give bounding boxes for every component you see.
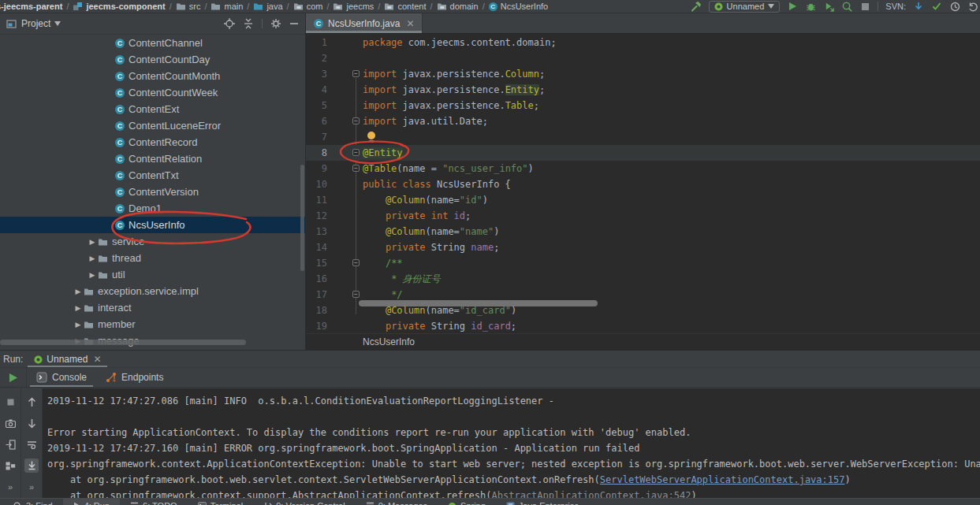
vcs-update-icon[interactable] — [913, 1, 924, 12]
statusbar-java-enterprise[interactable]: Java Enterprise — [496, 499, 589, 505]
layout-icon[interactable] — [3, 459, 17, 473]
statusbar-0-messages[interactable]: 0: Messages — [356, 499, 438, 505]
down-icon[interactable] — [24, 416, 39, 430]
stacktrace-link[interactable]: ServletWebServerApplicationContext.java:… — [600, 474, 845, 485]
breadcrumb-item[interactable]: domain — [437, 2, 479, 11]
tree-item-thread[interactable]: ▶thread — [0, 250, 305, 266]
vcs-commit-icon[interactable] — [931, 1, 942, 12]
tree-item-service[interactable]: ▶service — [0, 233, 305, 250]
expand-arrow-icon[interactable]: ▶ — [73, 304, 84, 312]
code-line-10[interactable]: 10public class NcsUserInfo { — [306, 176, 980, 192]
editor-breadcrumb[interactable]: NcsUserInfo — [306, 333, 980, 350]
code-line-8[interactable]: 8−@Entity — [306, 145, 980, 161]
tree-item-contentluceneerror[interactable]: CContentLuceneError — [0, 117, 305, 134]
editor-breadcrumb-item[interactable]: NcsUserInfo — [363, 336, 415, 347]
rerun-button[interactable] — [0, 368, 27, 387]
code-line-1[interactable]: 1package com.jeecms.content.domain; — [306, 35, 980, 50]
hide-icon[interactable] — [289, 19, 299, 28]
tab-console[interactable]: Console — [27, 368, 96, 387]
code-line-2[interactable]: 2 — [306, 50, 980, 66]
more-icon[interactable]: » — [3, 480, 17, 494]
breadcrumb-item[interactable]: java — [253, 2, 282, 11]
run-config-tab[interactable]: Unnamed ✕ — [28, 354, 107, 367]
rollback-icon[interactable] — [967, 1, 978, 12]
tree-item-contenttxt[interactable]: CContentTxt — [0, 167, 305, 184]
breadcrumb-item[interactable]: com — [293, 2, 323, 11]
coverage-button[interactable] — [823, 1, 834, 12]
build-hammer-icon[interactable] — [691, 1, 702, 12]
console-output[interactable]: 2019-11-12 17:47:27.086 [main] INFO o.s.… — [43, 388, 980, 499]
tree-item-contentext[interactable]: CContentExt — [0, 101, 305, 117]
statusbar-spring[interactable]: Spring — [438, 499, 496, 505]
breadcrumb-item[interactable]: main — [211, 2, 243, 11]
vertical-scrollbar[interactable] — [300, 165, 304, 271]
close-icon[interactable]: ✕ — [93, 354, 101, 365]
code-line-19[interactable]: 19 private String id_card; — [306, 318, 980, 334]
code-line-12[interactable]: 12 private int id; — [306, 208, 980, 224]
debug-button[interactable] — [805, 1, 816, 12]
code-line-13[interactable]: 13 @Column(name="name") — [306, 224, 980, 240]
attach-icon[interactable] — [3, 437, 17, 451]
code-line-15[interactable]: 15− /** — [306, 255, 980, 271]
expand-arrow-icon[interactable]: ▶ — [73, 288, 84, 295]
soft-wrap-icon[interactable] — [24, 437, 39, 451]
breadcrumb-item[interactable]: s-jeecms-parent — [0, 2, 62, 11]
code-line-11[interactable]: 11 @Column(name="id") — [306, 192, 980, 208]
editor-tab[interactable]: C NcsUserInfo.java ✕ — [306, 13, 423, 33]
run-config-dropdown[interactable]: Unnamed — [709, 1, 781, 13]
code-line-7[interactable]: 7 — [306, 129, 980, 145]
breadcrumb-item[interactable]: CNcsUserInfo — [489, 2, 549, 11]
tree-item-contentcountweek[interactable]: CContentCountWeek — [0, 84, 305, 101]
fold-icon[interactable]: − — [352, 291, 360, 298]
expand-arrow-icon[interactable]: ▶ — [87, 254, 98, 262]
up-icon[interactable] — [24, 395, 39, 409]
code-area[interactable]: 1package com.jeecms.content.domain;23−im… — [306, 35, 980, 333]
camera-icon[interactable] — [3, 416, 17, 430]
breadcrumb-item[interactable]: content — [384, 2, 426, 11]
scroll-end-icon[interactable] — [24, 459, 39, 473]
statusbar-3-find[interactable]: 3: Find — [3, 499, 63, 505]
horizontal-scrollbar[interactable] — [0, 340, 246, 345]
profiler-button[interactable] — [841, 1, 852, 12]
statusbar-6-todo[interactable]: 6: TODO — [120, 499, 188, 505]
stop-icon[interactable] — [3, 395, 17, 409]
project-panel-title[interactable]: Project — [21, 18, 50, 29]
code-line-4[interactable]: 4import javax.persistence.Entity; — [306, 82, 980, 98]
tree-item-exception-service-impl[interactable]: ▶exception.service.impl — [0, 283, 305, 299]
close-icon[interactable]: ✕ — [406, 18, 414, 29]
tree-item-contentchannel[interactable]: CContentChannel — [0, 35, 305, 51]
locate-icon[interactable] — [224, 18, 235, 29]
expand-arrow-icon[interactable]: ▶ — [87, 271, 98, 279]
code-line-16[interactable]: 16 * 身份证号 — [306, 271, 980, 287]
fold-icon[interactable]: − — [352, 259, 360, 266]
fold-icon[interactable]: − — [352, 165, 360, 172]
tree-item-interact[interactable]: ▶interact — [0, 299, 305, 316]
horizontal-scrollbar[interactable] — [359, 300, 598, 306]
run-button[interactable] — [787, 1, 798, 12]
tree-item-contentrecord[interactable]: CContentRecord — [0, 134, 305, 150]
code-line-3[interactable]: 3−import javax.persistence.Column; — [306, 66, 980, 82]
statusbar-4-run[interactable]: 4: Run — [63, 499, 120, 505]
tree-item-contentcountday[interactable]: CContentCountDay — [0, 51, 305, 68]
expand-arrow-icon[interactable]: ▶ — [73, 321, 84, 329]
fold-icon[interactable]: − — [352, 149, 360, 156]
tree-item-contentcountmonth[interactable]: CContentCountMonth — [0, 68, 305, 84]
fold-icon[interactable]: − — [352, 70, 360, 77]
code-line-14[interactable]: 14 private String name; — [306, 240, 980, 255]
tree-item-ncsuserinfo[interactable]: CNcsUserInfo — [0, 217, 305, 233]
history-icon[interactable] — [949, 1, 960, 12]
code-line-5[interactable]: 5import javax.persistence.Table; — [306, 98, 980, 113]
tree-item-demo1[interactable]: CDemo1 — [0, 200, 305, 217]
expand-arrow-icon[interactable]: ▶ — [87, 238, 98, 246]
settings-icon[interactable] — [270, 18, 281, 29]
collapse-all-icon[interactable] — [243, 18, 254, 29]
tree-item-member[interactable]: ▶member — [0, 316, 305, 332]
tab-endpoints[interactable]: Endpoints — [96, 368, 173, 387]
breadcrumb-item[interactable]: jeecms-component — [73, 2, 165, 11]
fold-icon[interactable]: − — [352, 117, 360, 124]
code-line-9[interactable]: 9−@Table(name = "ncs_user_info") — [306, 161, 980, 176]
statusbar-terminal[interactable]: Terminal — [188, 499, 254, 505]
chevron-down-icon[interactable] — [54, 21, 61, 26]
code-line-6[interactable]: 6−import java.util.Date; — [306, 113, 980, 129]
stop-icon[interactable] — [859, 1, 870, 12]
